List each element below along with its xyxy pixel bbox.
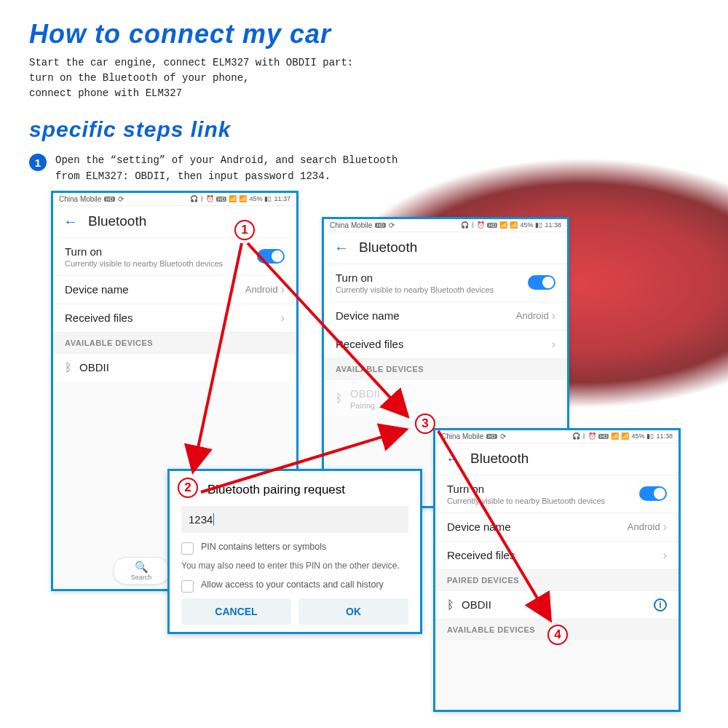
signal-icon: 📶 xyxy=(239,195,247,202)
heading-specific-steps: specific steps link xyxy=(29,117,699,142)
turn-on-label: Turn on xyxy=(65,245,223,258)
status-bar: China Mobile HD ⟳ 🎧 ᛒ ⏰ HD 📶 📶 45% ▮▯ 11… xyxy=(53,193,296,206)
back-arrow-icon[interactable]: ← xyxy=(334,240,349,256)
available-devices-header: AVAILABLE DEVICES xyxy=(53,332,296,353)
bluetooth-device-icon: ᛒ xyxy=(65,361,72,374)
device-name-value: Android xyxy=(628,521,660,532)
info-icon[interactable]: i xyxy=(654,598,667,612)
available-devices-header: AVAILABLE DEVICES xyxy=(324,358,567,379)
pin-value: 1234 xyxy=(189,513,213,526)
checkbox-icon[interactable] xyxy=(181,580,194,593)
dialog-note: You may also need to enter this PIN on t… xyxy=(181,561,408,571)
pairing-status: Pairing... xyxy=(350,401,381,410)
carrier-badge: HD xyxy=(104,197,114,202)
bluetooth-toggle[interactable] xyxy=(528,275,555,290)
search-button[interactable]: 🔍 Search xyxy=(113,557,170,585)
search-label: Search xyxy=(114,574,169,581)
device-name-value: Android xyxy=(516,310,549,321)
checkbox-icon[interactable] xyxy=(181,542,194,555)
carrier-label: China Mobile xyxy=(59,195,101,203)
status-bar: China Mobile HD ⟳ 🎧 ᛒ ⏰ HD 📶 📶 45% ▮▯ 11… xyxy=(324,219,567,232)
signal-icon: 📶 xyxy=(510,221,518,229)
bluetooth-toggle[interactable] xyxy=(639,486,667,501)
step-marker-4: 4 xyxy=(547,625,568,645)
row-device-name[interactable]: Device name Android› xyxy=(435,513,678,541)
clock: 11:37 xyxy=(274,195,290,202)
title-bar: ← Bluetooth xyxy=(324,232,567,264)
ok-button[interactable]: OK xyxy=(298,598,408,625)
chevron-right-icon: › xyxy=(663,521,667,534)
device-obdii-label: OBDII xyxy=(462,598,491,611)
chevron-right-icon: › xyxy=(552,338,555,351)
step-marker-1: 1 xyxy=(234,220,255,240)
chevron-right-icon: › xyxy=(281,312,285,325)
row-turn-on[interactable]: Turn on Currently visible to nearby Blue… xyxy=(435,475,678,513)
title-bar: ← Bluetooth xyxy=(53,206,296,237)
row-obdii-paired[interactable]: ᛒ OBDII i xyxy=(435,590,678,619)
page-title: Bluetooth xyxy=(470,451,529,467)
row-received-files[interactable]: Received files › xyxy=(324,330,567,358)
bluetooth-toggle[interactable] xyxy=(257,249,285,264)
intro-line: connect phone with ELM327 xyxy=(29,86,699,101)
row-device-name[interactable]: Device name Android› xyxy=(324,301,567,330)
device-name-label: Device name xyxy=(336,309,400,322)
received-files-label: Received files xyxy=(447,549,515,561)
step-marker-2: 2 xyxy=(178,478,198,498)
row-received-files[interactable]: Received files › xyxy=(435,541,678,569)
wifi-icon: 📶 xyxy=(229,195,237,202)
received-files-label: Received files xyxy=(336,338,403,350)
alarm-icon: ⏰ xyxy=(206,195,214,202)
signal-icon: 📶 xyxy=(621,432,629,440)
screenshot-panels: China Mobile HD ⟳ 🎧 ᛒ ⏰ HD 📶 📶 45% ▮▯ 11… xyxy=(29,191,699,715)
device-obdii-label: OBDII xyxy=(79,361,109,373)
alarm-icon: ⏰ xyxy=(477,221,485,229)
screenshot-bluetooth-paired: China Mobile HD ⟳ 🎧 ᛒ ⏰ HD 📶 📶 45% ▮▯ 11… xyxy=(433,428,681,712)
device-name-label: Device name xyxy=(65,283,129,296)
allow-access-checkbox-row[interactable]: Allow access to your contacts and call h… xyxy=(181,579,408,593)
turn-on-label: Turn on xyxy=(336,272,494,284)
page-title: Bluetooth xyxy=(88,213,146,229)
carrier-label: China Mobile xyxy=(441,432,483,440)
turn-on-label: Turn on xyxy=(447,483,605,495)
cancel-button[interactable]: CANCEL xyxy=(181,598,291,625)
chevron-right-icon: › xyxy=(281,283,285,296)
headphone-icon: 🎧 xyxy=(461,221,469,229)
hd-icon: HD xyxy=(487,223,497,228)
step-1-line: from ELM327: OBDII, then input password … xyxy=(55,168,397,184)
row-turn-on[interactable]: Turn on Currently visible to nearby Blue… xyxy=(324,264,567,301)
intro-line: Start the car engine, connect ELM327 wit… xyxy=(29,55,699,71)
refresh-icon: ⟳ xyxy=(118,195,124,203)
wifi-icon: 📶 xyxy=(499,221,507,229)
step-1-text: Open the “setting” of your Android, and … xyxy=(55,152,397,185)
step-1-line: Open the “setting” of your Android, and … xyxy=(55,152,397,168)
status-bar: China Mobile HD ⟳ 🎧 ᛒ ⏰ HD 📶 📶 45% ▮▯ 11… xyxy=(435,430,678,443)
pin-letters-checkbox-row[interactable]: PIN contains letters or symbols xyxy=(181,542,408,555)
received-files-label: Received files xyxy=(65,312,132,324)
back-arrow-icon[interactable]: ← xyxy=(446,451,460,467)
row-received-files[interactable]: Received files › xyxy=(53,304,296,332)
battery-pct: 45% xyxy=(631,432,644,440)
visible-sub: Currently visible to nearby Bluetooth de… xyxy=(447,496,605,505)
row-obdii-pairing[interactable]: ᛒ OBDII Pairing... xyxy=(324,379,567,417)
back-arrow-icon[interactable]: ← xyxy=(63,213,78,230)
chevron-right-icon: › xyxy=(552,309,555,323)
step-bullet-1: 1 xyxy=(29,154,47,171)
device-name-label: Device name xyxy=(447,521,511,533)
row-obdii[interactable]: ᛒ OBDII xyxy=(53,353,296,381)
dialog-title: Bluetooth pairing request xyxy=(207,483,408,497)
pin-letters-label: PIN contains letters or symbols xyxy=(201,542,326,552)
row-turn-on[interactable]: Turn on Currently visible to nearby Blue… xyxy=(53,237,296,275)
title-bar: ← Bluetooth xyxy=(435,443,678,475)
carrier-label: China Mobile xyxy=(330,221,372,229)
clock: 11:38 xyxy=(545,221,561,229)
device-obdii-label: OBDII xyxy=(350,387,381,400)
pin-input[interactable]: 1234 xyxy=(181,506,408,533)
device-name-value: Android xyxy=(245,284,278,295)
carrier-badge: HD xyxy=(375,223,385,228)
bluetooth-device-icon: ᛒ xyxy=(336,392,343,405)
bluetooth-icon: ᛒ xyxy=(200,195,204,202)
row-device-name[interactable]: Device name Android› xyxy=(53,275,296,304)
battery-icon: ▮▯ xyxy=(264,195,272,202)
heading-how-to-connect: How to connect my car xyxy=(29,19,699,50)
bluetooth-device-icon: ᛒ xyxy=(447,598,454,612)
